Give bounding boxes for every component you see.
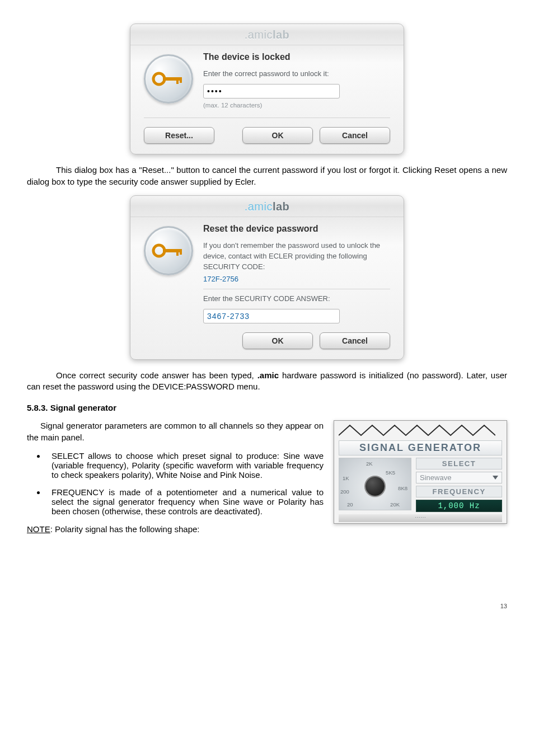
unlock-dialog: .amiclab The device is locked Enter the … bbox=[130, 24, 404, 154]
titlebar-brand-suffix: lab bbox=[273, 200, 289, 213]
password-input[interactable] bbox=[203, 84, 340, 98]
svg-rect-1 bbox=[163, 77, 182, 81]
ok-button[interactable]: OK bbox=[242, 332, 313, 349]
frequency-dial[interactable]: 1K 2K 5K5 200 8K8 20 20K bbox=[339, 458, 411, 510]
reset-dialog: .amiclab Reset the device password If yo… bbox=[130, 195, 404, 359]
bullet-select: SELECT allows to choose which preset sig… bbox=[46, 451, 324, 480]
dial-tick-20: 20 bbox=[347, 501, 353, 508]
unlock-dialog-prompt: Enter the correct password to unlock it: bbox=[203, 69, 390, 79]
reset-dialog-prompt-2: Enter the SECURITY CODE ANSWER: bbox=[203, 294, 390, 304]
note-line: NOTE: Polarity signal has the following … bbox=[27, 524, 507, 536]
signal-wave-icon bbox=[339, 424, 495, 436]
dial-tick-5k5: 5K5 bbox=[386, 469, 395, 476]
reset-dialog-titlebar: .amiclab bbox=[130, 196, 404, 217]
note-label: NOTE bbox=[27, 524, 50, 534]
titlebar-brand-prefix: .amic bbox=[245, 29, 273, 41]
dial-tick-1k: 1K bbox=[343, 475, 349, 481]
unlock-dialog-titlebar: .amiclab bbox=[130, 24, 404, 45]
panel-handle-icon: ⋯⋯ bbox=[339, 514, 502, 522]
page-number: 13 bbox=[27, 603, 507, 609]
security-code-answer-input[interactable] bbox=[203, 309, 340, 323]
ok-button[interactable]: OK bbox=[242, 127, 313, 144]
dial-tick-2k: 2K bbox=[366, 461, 373, 467]
select-value: Sinewave bbox=[420, 473, 451, 482]
reset-dialog-prompt-1: If you don't remember the password used … bbox=[203, 241, 390, 273]
chevron-down-icon bbox=[493, 476, 498, 480]
dial-tick-8k8: 8K8 bbox=[398, 485, 407, 491]
password-hint: (max. 12 characters) bbox=[203, 102, 390, 109]
paragraph-3: Signal generator parameters are common t… bbox=[27, 420, 324, 443]
cancel-button[interactable]: Cancel bbox=[320, 332, 390, 349]
security-code: 172F-2756 bbox=[203, 275, 390, 283]
signal-generator-title: SIGNAL GENERATOR bbox=[339, 440, 502, 456]
reset-dialog-heading: Reset the device password bbox=[203, 224, 390, 234]
frequency-readout[interactable]: 1,000 Hz bbox=[416, 500, 502, 512]
para2-a: Once correct security code answer has be… bbox=[56, 370, 257, 380]
dial-knob-icon bbox=[366, 477, 385, 496]
key-icon bbox=[144, 226, 193, 275]
svg-rect-7 bbox=[180, 249, 182, 255]
svg-rect-3 bbox=[180, 77, 182, 83]
svg-rect-6 bbox=[176, 249, 179, 256]
paragraph-1: This dialog box has a "Reset..." button … bbox=[27, 165, 507, 187]
note-rest: : Polarity signal has the following shap… bbox=[50, 524, 200, 534]
titlebar-brand-suffix: lab bbox=[273, 29, 289, 41]
signal-generator-panel: SIGNAL GENERATOR 1K 2K 5K5 200 8K8 20 20… bbox=[334, 420, 507, 524]
dial-tick-20k: 20K bbox=[390, 501, 400, 508]
svg-rect-2 bbox=[176, 77, 179, 84]
select-label: SELECT bbox=[416, 458, 502, 469]
svg-rect-5 bbox=[163, 249, 182, 252]
bullet-frequency: FREQUENCY is made of a potentiometer and… bbox=[46, 487, 324, 516]
section-heading: 5.8.3. Signal generator bbox=[27, 403, 507, 412]
frequency-label: FREQUENCY bbox=[416, 486, 502, 497]
unlock-dialog-heading: The device is locked bbox=[203, 52, 390, 62]
key-icon bbox=[144, 54, 193, 104]
dial-tick-200: 200 bbox=[340, 489, 349, 495]
paragraph-2: Once correct security code answer has be… bbox=[27, 370, 507, 393]
titlebar-brand-prefix: .amic bbox=[245, 200, 273, 213]
cancel-button[interactable]: Cancel bbox=[320, 127, 390, 144]
select-dropdown[interactable]: Sinewave bbox=[416, 472, 502, 483]
para2-b: .amic bbox=[257, 370, 279, 380]
reset-button[interactable]: Reset... bbox=[144, 127, 214, 144]
